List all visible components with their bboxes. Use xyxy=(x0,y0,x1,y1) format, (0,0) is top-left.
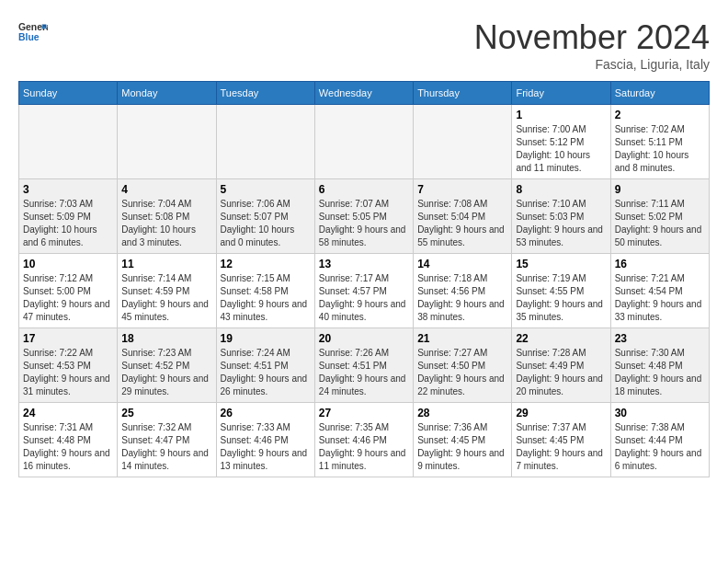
calendar-cell: 16Sunrise: 7:21 AMSunset: 4:54 PMDayligh… xyxy=(610,254,709,328)
day-info: Sunrise: 7:02 AMSunset: 5:11 PMDaylight:… xyxy=(615,123,705,175)
day-number: 2 xyxy=(615,109,705,121)
day-info: Sunrise: 7:17 AMSunset: 4:57 PMDaylight:… xyxy=(319,272,409,324)
calendar-cell: 2Sunrise: 7:02 AMSunset: 5:11 PMDaylight… xyxy=(610,105,709,179)
day-number: 9 xyxy=(615,183,705,196)
day-number: 29 xyxy=(516,407,606,419)
day-number: 19 xyxy=(221,332,311,345)
day-info: Sunrise: 7:11 AMSunset: 5:02 PMDaylight:… xyxy=(615,198,705,249)
day-info: Sunrise: 7:37 AMSunset: 4:45 PMDaylight:… xyxy=(516,421,606,473)
day-info: Sunrise: 7:27 AMSunset: 4:50 PMDaylight:… xyxy=(417,347,507,398)
day-number: 1 xyxy=(516,109,606,121)
day-number: 27 xyxy=(319,407,409,419)
day-info: Sunrise: 7:30 AMSunset: 4:48 PMDaylight:… xyxy=(615,347,705,398)
day-number: 21 xyxy=(417,332,507,345)
day-info: Sunrise: 7:23 AMSunset: 4:52 PMDaylight:… xyxy=(121,347,211,398)
day-number: 28 xyxy=(417,407,507,419)
day-number: 17 xyxy=(23,332,113,345)
day-info: Sunrise: 7:31 AMSunset: 4:48 PMDaylight:… xyxy=(23,421,113,473)
day-number: 7 xyxy=(417,183,507,196)
calendar-cell: 11Sunrise: 7:14 AMSunset: 4:59 PMDayligh… xyxy=(118,254,216,328)
day-number: 11 xyxy=(121,258,211,270)
weekday-header: Friday xyxy=(512,82,610,105)
calendar-cell: 29Sunrise: 7:37 AMSunset: 4:45 PMDayligh… xyxy=(512,403,610,477)
title-section: November 2024 Fascia, Liguria, Italy xyxy=(474,18,710,72)
calendar-cell: 28Sunrise: 7:36 AMSunset: 4:45 PMDayligh… xyxy=(414,403,512,477)
day-info: Sunrise: 7:38 AMSunset: 4:44 PMDaylight:… xyxy=(615,421,705,473)
calendar-cell: 22Sunrise: 7:28 AMSunset: 4:49 PMDayligh… xyxy=(512,328,610,403)
calendar-cell: 24Sunrise: 7:31 AMSunset: 4:48 PMDayligh… xyxy=(19,403,118,477)
weekday-header: Thursday xyxy=(414,82,512,105)
day-number: 13 xyxy=(319,258,409,270)
day-number: 3 xyxy=(23,183,113,196)
day-info: Sunrise: 7:21 AMSunset: 4:54 PMDaylight:… xyxy=(615,272,705,324)
calendar-week-row: 24Sunrise: 7:31 AMSunset: 4:48 PMDayligh… xyxy=(19,403,710,477)
location: Fascia, Liguria, Italy xyxy=(474,57,710,72)
day-number: 16 xyxy=(615,258,705,270)
day-number: 4 xyxy=(121,183,211,196)
weekday-header: Sunday xyxy=(19,82,118,105)
day-info: Sunrise: 7:18 AMSunset: 4:56 PMDaylight:… xyxy=(417,272,507,324)
weekday-header: Monday xyxy=(118,82,216,105)
day-number: 20 xyxy=(319,332,409,345)
day-info: Sunrise: 7:04 AMSunset: 5:08 PMDaylight:… xyxy=(121,198,211,249)
day-info: Sunrise: 7:14 AMSunset: 4:59 PMDaylight:… xyxy=(121,272,211,324)
calendar-week-row: 1Sunrise: 7:00 AMSunset: 5:12 PMDaylight… xyxy=(19,105,710,179)
calendar-cell: 30Sunrise: 7:38 AMSunset: 4:44 PMDayligh… xyxy=(610,403,709,477)
calendar-cell: 3Sunrise: 7:03 AMSunset: 5:09 PMDaylight… xyxy=(19,179,118,254)
weekday-header: Wednesday xyxy=(314,82,413,105)
day-number: 8 xyxy=(516,183,606,196)
calendar-cell: 14Sunrise: 7:18 AMSunset: 4:56 PMDayligh… xyxy=(414,254,512,328)
day-info: Sunrise: 7:06 AMSunset: 5:07 PMDaylight:… xyxy=(221,198,311,249)
calendar-cell: 25Sunrise: 7:32 AMSunset: 4:47 PMDayligh… xyxy=(118,403,216,477)
calendar-cell: 9Sunrise: 7:11 AMSunset: 5:02 PMDaylight… xyxy=(610,179,709,254)
calendar-week-row: 10Sunrise: 7:12 AMSunset: 5:00 PMDayligh… xyxy=(19,254,710,328)
day-number: 26 xyxy=(221,407,311,419)
calendar-cell: 7Sunrise: 7:08 AMSunset: 5:04 PMDaylight… xyxy=(414,179,512,254)
calendar-cell xyxy=(414,105,512,179)
day-number: 18 xyxy=(121,332,211,345)
calendar-cell xyxy=(118,105,216,179)
day-info: Sunrise: 7:22 AMSunset: 4:53 PMDaylight:… xyxy=(23,347,113,398)
day-info: Sunrise: 7:32 AMSunset: 4:47 PMDaylight:… xyxy=(121,421,211,473)
day-info: Sunrise: 7:12 AMSunset: 5:00 PMDaylight:… xyxy=(23,272,113,324)
calendar-cell xyxy=(19,105,118,179)
page-header: General Blue November 2024 Fascia, Ligur… xyxy=(18,18,710,72)
calendar-cell: 8Sunrise: 7:10 AMSunset: 5:03 PMDaylight… xyxy=(512,179,610,254)
day-info: Sunrise: 7:03 AMSunset: 5:09 PMDaylight:… xyxy=(23,198,113,249)
calendar-cell: 20Sunrise: 7:26 AMSunset: 4:51 PMDayligh… xyxy=(314,328,413,403)
calendar-cell: 19Sunrise: 7:24 AMSunset: 4:51 PMDayligh… xyxy=(216,328,314,403)
calendar-cell: 17Sunrise: 7:22 AMSunset: 4:53 PMDayligh… xyxy=(19,328,118,403)
day-info: Sunrise: 7:24 AMSunset: 4:51 PMDaylight:… xyxy=(221,347,311,398)
day-info: Sunrise: 7:19 AMSunset: 4:55 PMDaylight:… xyxy=(516,272,606,324)
calendar: SundayMondayTuesdayWednesdayThursdayFrid… xyxy=(18,81,710,477)
day-info: Sunrise: 7:00 AMSunset: 5:12 PMDaylight:… xyxy=(516,123,606,175)
weekday-header: Tuesday xyxy=(216,82,314,105)
calendar-cell: 4Sunrise: 7:04 AMSunset: 5:08 PMDaylight… xyxy=(118,179,216,254)
calendar-week-row: 17Sunrise: 7:22 AMSunset: 4:53 PMDayligh… xyxy=(19,328,710,403)
calendar-cell xyxy=(216,105,314,179)
day-info: Sunrise: 7:26 AMSunset: 4:51 PMDaylight:… xyxy=(319,347,409,398)
day-number: 23 xyxy=(615,332,705,345)
day-info: Sunrise: 7:28 AMSunset: 4:49 PMDaylight:… xyxy=(516,347,606,398)
calendar-cell: 26Sunrise: 7:33 AMSunset: 4:46 PMDayligh… xyxy=(216,403,314,477)
day-number: 30 xyxy=(615,407,705,419)
calendar-cell: 12Sunrise: 7:15 AMSunset: 4:58 PMDayligh… xyxy=(216,254,314,328)
day-number: 6 xyxy=(319,183,409,196)
logo: General Blue xyxy=(18,18,48,48)
calendar-cell: 18Sunrise: 7:23 AMSunset: 4:52 PMDayligh… xyxy=(118,328,216,403)
month-title: November 2024 xyxy=(474,18,710,57)
calendar-cell: 27Sunrise: 7:35 AMSunset: 4:46 PMDayligh… xyxy=(314,403,413,477)
day-info: Sunrise: 7:07 AMSunset: 5:05 PMDaylight:… xyxy=(319,198,409,249)
day-number: 14 xyxy=(417,258,507,270)
svg-text:Blue: Blue xyxy=(18,32,40,42)
day-info: Sunrise: 7:15 AMSunset: 4:58 PMDaylight:… xyxy=(221,272,311,324)
calendar-cell xyxy=(314,105,413,179)
day-number: 15 xyxy=(516,258,606,270)
day-info: Sunrise: 7:08 AMSunset: 5:04 PMDaylight:… xyxy=(417,198,507,249)
calendar-header-row: SundayMondayTuesdayWednesdayThursdayFrid… xyxy=(19,82,710,105)
day-number: 24 xyxy=(23,407,113,419)
calendar-week-row: 3Sunrise: 7:03 AMSunset: 5:09 PMDaylight… xyxy=(19,179,710,254)
day-number: 10 xyxy=(23,258,113,270)
day-info: Sunrise: 7:10 AMSunset: 5:03 PMDaylight:… xyxy=(516,198,606,249)
calendar-cell: 10Sunrise: 7:12 AMSunset: 5:00 PMDayligh… xyxy=(19,254,118,328)
